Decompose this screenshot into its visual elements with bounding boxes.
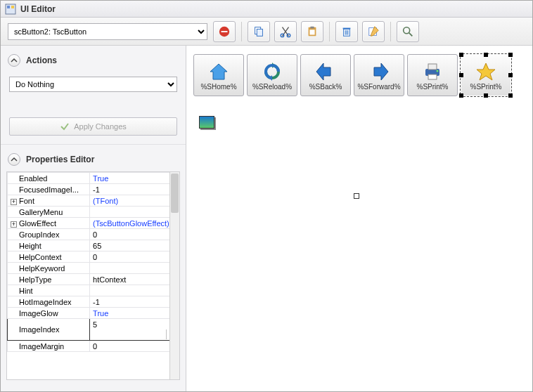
design-button-label: %SForward% xyxy=(357,83,400,91)
home-icon xyxy=(208,60,229,83)
selection-handle[interactable] xyxy=(508,53,513,57)
property-value[interactable]: (TscButtonGlowEffect) xyxy=(90,218,179,229)
property-name: Hint xyxy=(8,285,90,296)
properties-header[interactable]: Properties Editor xyxy=(1,150,186,169)
design-canvas[interactable]: %SHome%%SReload%%SBack%%SForward%%SPrint… xyxy=(186,46,532,391)
property-grid[interactable]: EnabledTrueFocusedImageI...-1+Font(TFont… xyxy=(6,171,180,380)
app-icon xyxy=(5,4,16,15)
actions-title: Actions xyxy=(26,55,57,65)
svg-rect-13 xyxy=(343,27,351,29)
cut-button[interactable] xyxy=(274,21,297,42)
property-name: ImageMargin xyxy=(8,341,90,352)
back-icon xyxy=(315,60,336,83)
design-button[interactable]: %SReload% xyxy=(247,54,297,96)
resize-handle[interactable] xyxy=(354,193,359,199)
svg-rect-4 xyxy=(221,31,228,32)
selection-handle[interactable] xyxy=(459,53,463,57)
property-name: FocusedImageI... xyxy=(8,184,90,195)
property-row[interactable]: GalleryMenu xyxy=(8,207,179,218)
forward-icon xyxy=(368,60,390,83)
property-row[interactable]: HelpTypehtContext xyxy=(8,274,179,285)
svg-rect-11 xyxy=(309,30,314,34)
property-name: Enabled xyxy=(8,173,90,184)
property-row[interactable]: HotImageIndex-1 xyxy=(8,296,179,308)
property-value[interactable]: True xyxy=(90,173,179,184)
property-value[interactable] xyxy=(90,207,179,218)
scrollbar[interactable] xyxy=(169,172,179,379)
design-button[interactable]: %SPrint% xyxy=(461,54,511,96)
property-row[interactable]: FocusedImageI...-1 xyxy=(8,184,179,195)
property-value[interactable]: -1 xyxy=(90,296,179,308)
selection-handle[interactable] xyxy=(459,93,463,98)
chevron-up-icon xyxy=(8,153,20,166)
scrollbar-thumb[interactable] xyxy=(171,174,179,213)
svg-rect-18 xyxy=(428,74,437,79)
property-value[interactable]: 65 xyxy=(90,240,179,251)
property-row[interactable]: Hint xyxy=(8,285,179,296)
apply-changes-button[interactable]: Apply Changes xyxy=(9,117,177,136)
property-input[interactable] xyxy=(93,320,176,329)
selection-handle[interactable] xyxy=(484,53,488,57)
window-title: UI Editor xyxy=(20,4,56,14)
separator xyxy=(329,22,330,41)
property-row[interactable]: ImageIndex xyxy=(8,319,179,341)
design-button-label: %SHome% xyxy=(200,83,236,91)
design-button-label: %SPrint% xyxy=(416,83,448,91)
zoom-button[interactable] xyxy=(397,21,419,42)
copy-button[interactable] xyxy=(248,21,270,42)
selection-handle[interactable] xyxy=(459,73,463,77)
property-value[interactable]: 0 xyxy=(90,341,179,352)
expand-icon[interactable]: + xyxy=(11,221,17,228)
property-name: HelpContext xyxy=(8,251,90,263)
property-value[interactable]: htContext xyxy=(90,274,179,285)
property-row[interactable]: +Font(TFont) xyxy=(8,195,179,207)
design-button[interactable]: %SPrint% xyxy=(407,54,458,96)
design-surface[interactable]: %SHome%%SReload%%SBack%%SForward%%SPrint… xyxy=(191,50,524,196)
property-row[interactable]: ImageGlowTrue xyxy=(8,308,179,319)
edit-button[interactable] xyxy=(362,21,385,42)
paste-button[interactable] xyxy=(301,21,323,42)
stop-button[interactable] xyxy=(213,21,236,42)
property-value[interactable]: True xyxy=(90,308,179,319)
svg-rect-17 xyxy=(428,64,437,70)
property-row[interactable]: ImageMargin0 xyxy=(8,341,179,352)
property-value[interactable] xyxy=(90,263,179,274)
expand-icon[interactable]: + xyxy=(11,199,17,205)
property-name: ImageGlow xyxy=(8,308,90,319)
reload-icon xyxy=(262,60,283,83)
component-selector[interactable]: scButton2: TscButton xyxy=(8,23,207,40)
star-icon xyxy=(475,60,496,83)
image-placeholder[interactable] xyxy=(199,116,214,129)
property-name: GroupIndex xyxy=(8,229,90,240)
selection-handle[interactable] xyxy=(508,93,513,98)
separator xyxy=(241,22,242,41)
property-name: Height xyxy=(8,240,90,251)
actions-header[interactable]: Actions xyxy=(1,51,186,70)
actions-select[interactable]: Do Nothing xyxy=(9,77,177,92)
property-name: +Font xyxy=(8,195,90,207)
property-row[interactable]: HelpContext0 xyxy=(8,251,179,263)
property-value[interactable]: 0 xyxy=(90,251,179,263)
property-name: GalleryMenu xyxy=(8,207,90,218)
actions-panel: Actions Do Nothing Apply Changes xyxy=(1,46,186,145)
property-row[interactable]: EnabledTrue xyxy=(8,173,179,184)
property-value[interactable] xyxy=(90,285,179,296)
property-value[interactable]: (TFont) xyxy=(90,195,179,207)
design-button[interactable]: %SForward% xyxy=(354,54,404,96)
property-value[interactable]: -1 xyxy=(90,184,179,195)
design-button[interactable]: %SBack% xyxy=(300,54,351,96)
property-row[interactable]: +GlowEffect(TscButtonGlowEffect) xyxy=(8,218,179,229)
chevron-up-icon xyxy=(8,54,20,67)
property-row[interactable]: HelpKeyword xyxy=(8,263,179,274)
svg-point-15 xyxy=(404,27,410,33)
delete-button[interactable] xyxy=(335,21,358,42)
selection-handle[interactable] xyxy=(484,93,488,98)
properties-title: Properties Editor xyxy=(26,155,94,164)
property-row[interactable]: GroupIndex0 xyxy=(8,229,179,240)
property-value[interactable]: 0 xyxy=(90,229,179,240)
property-value[interactable] xyxy=(90,319,179,341)
design-button[interactable]: %SHome% xyxy=(193,54,244,96)
selection-handle[interactable] xyxy=(508,73,513,77)
property-row[interactable]: Height65 xyxy=(8,240,179,251)
actions-body: Do Nothing xyxy=(1,70,186,96)
